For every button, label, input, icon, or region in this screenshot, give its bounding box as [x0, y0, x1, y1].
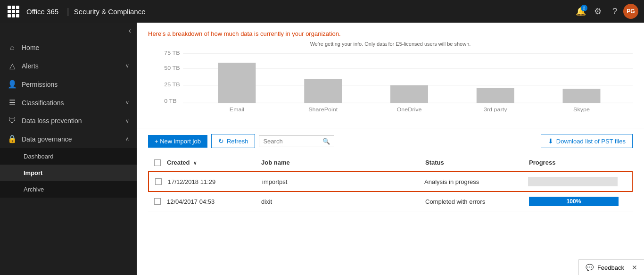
- table-row[interactable]: 17/12/2018 11:29 importpst Analysis in p…: [148, 171, 633, 192]
- sidebar-item-alerts[interactable]: △ Alerts ∨: [0, 57, 137, 75]
- sidebar-item-classifications[interactable]: ☰ Classifications ∨: [0, 93, 137, 112]
- feedback-icon: 💬: [586, 264, 594, 271]
- row2-checkbox[interactable]: [154, 198, 161, 205]
- feedback-bar[interactable]: 💬 Feedback ✕: [578, 259, 644, 275]
- app-launcher-button[interactable]: [6, 4, 21, 19]
- svg-rect-8: [218, 63, 256, 103]
- app-name: Security & Compliance: [74, 8, 146, 16]
- status-column-header: Status: [425, 159, 529, 166]
- svg-text:50 TB: 50 TB: [164, 65, 180, 71]
- alerts-icon: △: [8, 61, 17, 70]
- refresh-label: Refresh: [227, 138, 248, 145]
- sidebar-item-data-loss-prevention[interactable]: 🛡 Data loss prevention ∨: [0, 112, 137, 130]
- main-layout: ‹ ⌂ Home △ Alerts ∨ 👤 Permissions ☰ Clas…: [0, 23, 644, 275]
- permissions-icon: 👤: [8, 80, 17, 89]
- row2-created: 12/04/2017 04:53: [167, 198, 261, 205]
- svg-text:3rd party: 3rd party: [484, 107, 507, 113]
- search-box[interactable]: 🔍: [259, 135, 334, 147]
- sidebar-collapse-button[interactable]: ‹: [0, 23, 137, 39]
- data-governance-chevron-icon: ∧: [125, 136, 129, 142]
- dlp-chevron-icon: ∨: [125, 118, 129, 124]
- import-jobs-table: Created ∨ Job name Status Progress 17/12…: [137, 154, 644, 275]
- sidebar-item-data-governance[interactable]: 🔒 Data governance ∧: [0, 130, 137, 148]
- chart-subtitle: We're getting your info. Only data for E…: [148, 41, 633, 47]
- svg-rect-11: [477, 88, 514, 103]
- select-all-checkbox[interactable]: [154, 159, 161, 166]
- refresh-button[interactable]: ↻ Refresh: [211, 134, 256, 148]
- sidebar-item-alerts-label: Alerts: [22, 62, 121, 70]
- svg-text:OneDrive: OneDrive: [396, 107, 421, 113]
- sidebar-item-archive[interactable]: Archive: [0, 181, 137, 198]
- sidebar-item-home[interactable]: ⌂ Home: [0, 39, 137, 57]
- created-column-header: Created ∨: [167, 159, 261, 166]
- row1-checkbox-cell[interactable]: [149, 178, 168, 185]
- table-header: Created ∨ Job name Status Progress: [148, 154, 633, 171]
- table-row[interactable]: 12/04/2017 04:53 dixit Completed with er…: [148, 192, 633, 211]
- svg-text:SharePoint: SharePoint: [308, 107, 338, 113]
- chart-title: Here's a breakdown of how much data is c…: [148, 30, 633, 37]
- classifications-chevron-icon: ∨: [125, 100, 129, 106]
- notification-badge: 2: [581, 5, 587, 11]
- svg-text:Skype: Skype: [573, 107, 590, 113]
- sidebar-item-permissions-label: Permissions: [22, 81, 129, 88]
- home-icon: ⌂: [8, 43, 17, 52]
- created-label: Created: [167, 159, 190, 166]
- search-input[interactable]: [263, 138, 320, 145]
- new-import-job-button[interactable]: + New import job: [148, 135, 207, 148]
- top-navigation: Office 365 | Security & Compliance 🔔 2 ⚙…: [0, 0, 644, 23]
- office365-title: Office 365: [26, 8, 58, 16]
- row1-status: Analysis in progress: [424, 178, 528, 185]
- row2-job-name: dixit: [261, 198, 425, 205]
- feedback-label: Feedback: [597, 264, 624, 271]
- row1-progress-bar-bg: [528, 177, 618, 186]
- svg-rect-10: [390, 85, 428, 103]
- sidebar-item-permissions[interactable]: 👤 Permissions: [0, 75, 137, 93]
- sidebar-item-dlp-label: Data loss prevention: [22, 117, 121, 125]
- row2-progress-bar-bg: 100%: [529, 197, 619, 206]
- search-icon: 🔍: [322, 138, 330, 145]
- progress-column-header: Progress: [529, 159, 633, 166]
- main-content: Here's a breakdown of how much data is c…: [137, 23, 644, 275]
- sidebar-item-dashboard[interactable]: Dashboard: [0, 148, 137, 165]
- classifications-icon: ☰: [8, 98, 17, 107]
- svg-text:75 TB: 75 TB: [164, 50, 180, 56]
- sort-icon: ∨: [193, 160, 197, 166]
- sidebar-item-classifications-label: Classifications: [22, 99, 121, 107]
- row2-checkbox-cell[interactable]: [148, 198, 167, 205]
- alerts-chevron-icon: ∨: [125, 63, 129, 69]
- grid-icon: [8, 6, 19, 17]
- svg-text:25 TB: 25 TB: [164, 81, 180, 88]
- select-all-column[interactable]: [148, 159, 167, 166]
- row1-created: 17/12/2018 11:29: [168, 178, 262, 185]
- row2-status: Completed with errors: [425, 198, 529, 205]
- avatar[interactable]: PG: [623, 4, 638, 19]
- bar-chart: 75 TB 50 TB 25 TB 0 TB Email: [148, 49, 633, 124]
- download-icon: ⬇: [548, 137, 553, 145]
- row1-job-name: importpst: [262, 178, 424, 185]
- svg-text:0 TB: 0 TB: [164, 98, 176, 105]
- row1-progress: [528, 177, 632, 186]
- notifications-button[interactable]: 🔔 2: [572, 3, 589, 20]
- sidebar-item-import[interactable]: Import: [0, 165, 137, 181]
- help-button[interactable]: ?: [606, 3, 623, 20]
- download-label: Download list of PST files: [556, 138, 626, 145]
- row2-progress-bar-fill: 100%: [529, 197, 619, 206]
- sidebar-item-home-label: Home: [22, 44, 129, 51]
- download-pst-button[interactable]: ⬇ Download list of PST files: [541, 134, 633, 148]
- toolbar: + New import job ↻ Refresh 🔍 ⬇ Download …: [137, 128, 644, 154]
- sidebar: ‹ ⌂ Home △ Alerts ∨ 👤 Permissions ☰ Clas…: [0, 23, 137, 275]
- sidebar-item-data-governance-label: Data governance: [22, 135, 121, 143]
- nav-divider: |: [67, 7, 69, 17]
- settings-button[interactable]: ⚙: [589, 3, 606, 20]
- dlp-icon: 🛡: [8, 117, 17, 125]
- svg-text:Email: Email: [230, 107, 244, 113]
- data-governance-submenu: Dashboard Import Archive: [0, 148, 137, 198]
- chart-area: Here's a breakdown of how much data is c…: [137, 23, 644, 128]
- feedback-close-button[interactable]: ✕: [632, 264, 637, 271]
- svg-rect-9: [304, 79, 342, 103]
- row1-checkbox[interactable]: [155, 178, 162, 185]
- refresh-icon: ↻: [218, 137, 224, 145]
- job-name-column-header: Job name: [261, 159, 425, 166]
- row2-progress: 100%: [529, 197, 633, 206]
- data-governance-icon: 🔒: [8, 134, 17, 143]
